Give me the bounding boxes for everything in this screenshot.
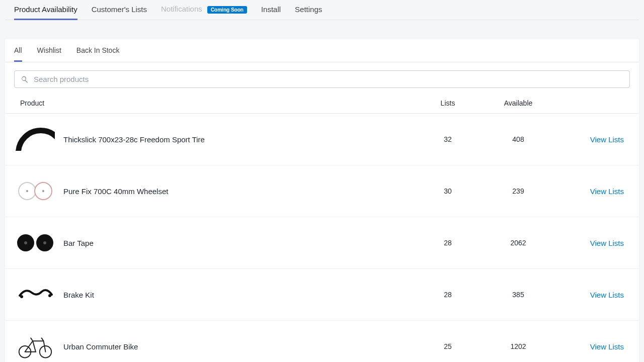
product-available-count: 1202 [478, 342, 558, 350]
product-available-count: 385 [478, 291, 558, 299]
nav-notifications: Notifications Coming Soon [161, 0, 247, 20]
svg-point-1 [48, 294, 51, 297]
product-lists-count: 28 [418, 291, 478, 299]
product-available-count: 239 [478, 187, 558, 195]
search-icon [21, 75, 29, 83]
product-lists-count: 30 [418, 187, 478, 195]
product-name: Pure Fix 700C 40mm Wheelset [63, 187, 168, 196]
product-card: All Wishlist Back In Stock Product Lists… [5, 39, 639, 362]
nav-product-availability[interactable]: Product Availability [14, 0, 77, 20]
search-input[interactable] [34, 75, 623, 83]
tab-wishlist[interactable]: Wishlist [37, 39, 61, 62]
table-row: Thickslick 700x23-28c Freedom Sport Tire… [5, 114, 639, 165]
product-thumb-bike-icon [15, 331, 55, 362]
col-header-lists: Lists [418, 99, 478, 107]
view-lists-link[interactable]: View Lists [590, 342, 624, 351]
tab-back-in-stock[interactable]: Back In Stock [76, 39, 120, 62]
table-header: Product Lists Available [5, 93, 639, 114]
product-lists-count: 28 [418, 239, 478, 247]
top-nav: Product Availability Customer's Lists No… [5, 0, 639, 20]
col-header-available: Available [478, 99, 558, 107]
nav-settings[interactable]: Settings [295, 0, 322, 20]
view-lists-link[interactable]: View Lists [590, 187, 624, 196]
coming-soon-badge: Coming Soon [207, 6, 247, 14]
table-row: Bar Tape 28 2062 View Lists [5, 217, 639, 269]
table-row: Brake Kit 28 385 View Lists [5, 269, 639, 321]
view-lists-link[interactable]: View Lists [590, 239, 624, 247]
product-name: Urban Commuter Bike [63, 342, 138, 351]
nav-install[interactable]: Install [261, 0, 281, 20]
sub-tabs: All Wishlist Back In Stock [5, 39, 639, 62]
search-field[interactable] [14, 70, 630, 88]
product-name: Thickslick 700x23-28c Freedom Sport Tire [63, 135, 205, 144]
product-thumb-wheelset-icon [15, 175, 55, 207]
nav-notifications-label: Notifications [161, 5, 202, 13]
product-name: Bar Tape [63, 239, 94, 247]
product-thumb-bartape-icon [15, 227, 55, 258]
table-row: Urban Commuter Bike 25 1202 View Lists [5, 321, 639, 362]
view-lists-link[interactable]: View Lists [590, 135, 624, 144]
view-lists-link[interactable]: View Lists [590, 291, 624, 299]
col-header-product: Product [15, 99, 418, 107]
product-thumb-brakekit-icon [15, 279, 55, 310]
tab-all[interactable]: All [14, 39, 22, 62]
product-name: Brake Kit [63, 291, 94, 299]
product-thumb-tire-icon [15, 124, 55, 155]
product-lists-count: 32 [418, 135, 478, 143]
table-row: Pure Fix 700C 40mm Wheelset 30 239 View … [5, 165, 639, 217]
nav-customers-lists[interactable]: Customer's Lists [92, 0, 147, 20]
svg-point-0 [20, 295, 23, 298]
product-available-count: 408 [478, 135, 558, 143]
product-available-count: 2062 [478, 239, 558, 247]
product-lists-count: 25 [418, 342, 478, 350]
